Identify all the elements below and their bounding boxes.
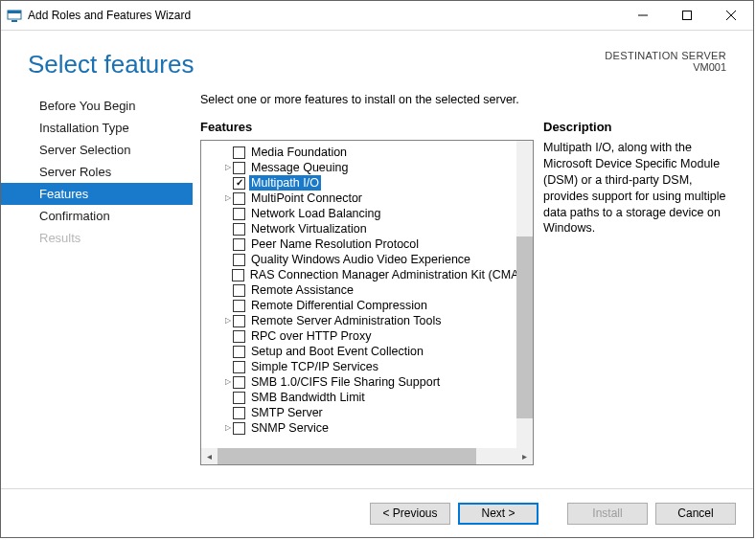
vertical-scroll-thumb[interactable] (516, 236, 533, 418)
expand-icon[interactable] (222, 191, 233, 206)
feature-label[interactable]: Remote Assistance (249, 282, 355, 298)
feature-checkbox[interactable] (233, 162, 245, 174)
feature-label[interactable]: Peer Name Resolution Protocol (249, 236, 421, 252)
horizontal-scroll-thumb[interactable] (218, 448, 476, 464)
feature-checkbox[interactable] (233, 330, 245, 343)
feature-label[interactable]: SMB Bandwidth Limit (249, 390, 367, 405)
feature-checkbox[interactable] (233, 223, 245, 236)
feature-item[interactable]: SMB 1.0/CIFS File Sharing Support (203, 374, 533, 390)
feature-label[interactable]: Network Load Balancing (249, 206, 383, 221)
destination-value: VM001 (605, 61, 726, 73)
feature-checkbox[interactable] (233, 177, 245, 190)
scroll-left-icon[interactable]: ◂ (201, 448, 218, 464)
feature-item[interactable]: Media Foundation (203, 145, 533, 160)
feature-checkbox[interactable] (233, 300, 245, 312)
wizard-step[interactable]: Confirmation (1, 205, 193, 227)
expand-icon[interactable] (222, 374, 233, 390)
feature-checkbox[interactable] (233, 284, 245, 297)
horizontal-scrollbar[interactable]: ◂ ▸ (201, 448, 533, 464)
expand-icon[interactable] (222, 160, 233, 175)
feature-description-text: Multipath I/O, along with the Microsoft … (534, 140, 734, 488)
feature-checkbox[interactable] (233, 238, 245, 251)
destination-server-info: DESTINATION SERVER VM001 (605, 50, 726, 79)
feature-label[interactable]: SNMP Service (249, 420, 331, 436)
feature-checkbox[interactable] (233, 208, 245, 220)
feature-item[interactable]: Simple TCP/IP Services (203, 359, 533, 374)
window-controls (621, 1, 753, 30)
instruction-text: Select one or more features to install o… (200, 93, 734, 106)
feature-item[interactable]: Message Queuing (203, 160, 533, 175)
feature-item[interactable]: SMTP Server (203, 405, 533, 420)
feature-item[interactable]: Network Load Balancing (203, 206, 533, 221)
feature-checkbox[interactable] (233, 376, 245, 389)
titlebar: Add Roles and Features Wizard (1, 1, 753, 31)
feature-checkbox[interactable] (233, 392, 245, 404)
wizard-window: Add Roles and Features Wizard Select fea… (0, 0, 754, 538)
feature-label[interactable]: Multipath I/O (249, 175, 321, 191)
previous-button[interactable]: < Previous (370, 503, 450, 525)
feature-label[interactable]: Simple TCP/IP Services (249, 359, 380, 374)
vertical-scrollbar[interactable] (516, 141, 533, 448)
feature-item[interactable]: Network Virtualization (203, 221, 533, 236)
feature-checkbox[interactable] (233, 146, 245, 159)
close-button[interactable] (709, 1, 753, 30)
window-title: Add Roles and Features Wizard (28, 9, 191, 22)
wizard-step[interactable]: Server Roles (1, 161, 193, 183)
feature-checkbox[interactable] (232, 269, 244, 281)
body: Before You BeginInstallation TypeServer … (1, 85, 753, 488)
feature-checkbox[interactable] (233, 346, 245, 358)
header: Select features DESTINATION SERVER VM001 (1, 31, 753, 85)
features-tree: Media FoundationMessage QueuingMultipath… (201, 141, 533, 448)
expand-icon[interactable] (222, 420, 233, 436)
feature-item[interactable]: Remote Server Administration Tools (203, 313, 533, 328)
feature-checkbox[interactable] (233, 361, 245, 373)
app-icon (7, 8, 22, 23)
maximize-button[interactable] (665, 1, 709, 30)
feature-item[interactable]: RPC over HTTP Proxy (203, 328, 533, 344)
feature-item[interactable]: Multipath I/O (203, 175, 533, 191)
feature-label[interactable]: MultiPoint Connector (249, 191, 364, 206)
cancel-button[interactable]: Cancel (655, 503, 736, 525)
feature-item[interactable]: Peer Name Resolution Protocol (203, 236, 533, 252)
minimize-button[interactable] (621, 1, 665, 30)
feature-label[interactable]: Quality Windows Audio Video Experience (249, 252, 472, 267)
feature-item[interactable]: Setup and Boot Event Collection (203, 344, 533, 359)
feature-label[interactable]: SMB 1.0/CIFS File Sharing Support (249, 374, 442, 390)
feature-item[interactable]: SNMP Service (203, 420, 533, 436)
feature-label[interactable]: Network Virtualization (249, 221, 369, 236)
features-heading: Features (200, 120, 534, 134)
install-button[interactable]: Install (567, 503, 648, 525)
feature-label[interactable]: Media Foundation (249, 145, 349, 160)
feature-checkbox[interactable] (233, 422, 245, 435)
feature-checkbox[interactable] (233, 192, 245, 205)
feature-checkbox[interactable] (233, 254, 245, 266)
wizard-step[interactable]: Before You Begin (1, 95, 193, 117)
feature-item[interactable]: Quality Windows Audio Video Experience (203, 252, 533, 267)
feature-label[interactable]: Remote Server Administration Tools (249, 313, 443, 328)
wizard-step[interactable]: Installation Type (1, 117, 193, 139)
features-listbox[interactable]: Media FoundationMessage QueuingMultipath… (200, 140, 534, 465)
feature-label[interactable]: Setup and Boot Event Collection (249, 344, 425, 359)
description-heading: Description (534, 120, 734, 134)
scroll-right-icon[interactable]: ▸ (516, 448, 533, 464)
feature-label[interactable]: SMTP Server (249, 405, 325, 420)
feature-item[interactable]: Remote Assistance (203, 282, 533, 298)
svg-rect-2 (11, 20, 17, 22)
wizard-step[interactable]: Server Selection (1, 139, 193, 161)
footer-buttons: < Previous Next > Install Cancel (1, 488, 753, 537)
feature-label[interactable]: RAS Connection Manager Administration Ki… (248, 267, 533, 282)
feature-item[interactable]: Remote Differential Compression (203, 298, 533, 313)
next-button[interactable]: Next > (458, 503, 538, 525)
feature-item[interactable]: RAS Connection Manager Administration Ki… (203, 267, 533, 282)
feature-label[interactable]: RPC over HTTP Proxy (249, 328, 374, 344)
wizard-step: Results (1, 227, 193, 249)
feature-label[interactable]: Remote Differential Compression (249, 298, 429, 313)
feature-item[interactable]: MultiPoint Connector (203, 191, 533, 206)
feature-checkbox[interactable] (233, 407, 245, 419)
expand-icon[interactable] (222, 313, 233, 328)
wizard-step[interactable]: Features (1, 183, 193, 205)
feature-item[interactable]: SMB Bandwidth Limit (203, 390, 533, 405)
feature-checkbox[interactable] (233, 315, 245, 327)
feature-label[interactable]: Message Queuing (249, 160, 350, 175)
page-title: Select features (28, 50, 605, 79)
